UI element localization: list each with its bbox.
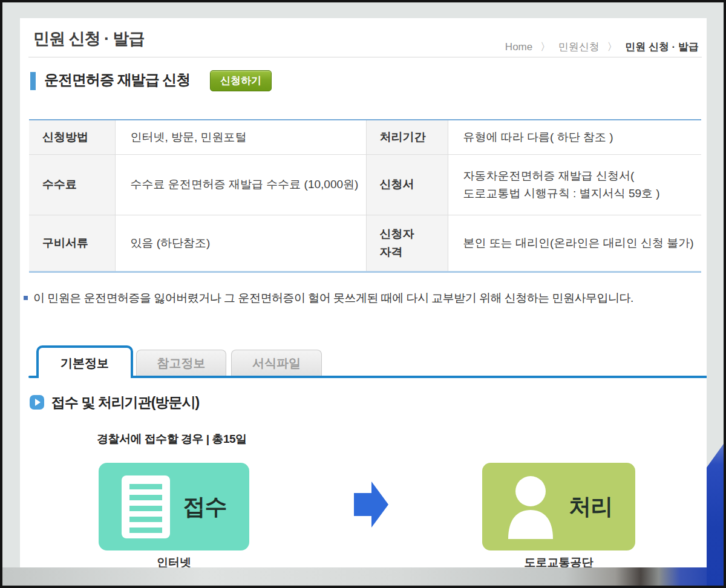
background-blue-edge	[707, 438, 724, 586]
row-value: 본인 또는 대리인(온라인은 대리인 신청 불가)	[448, 215, 701, 272]
tab-bar: 기본정보 참고정보 서식파일	[20, 344, 707, 378]
table-row: 구비서류 있음 (하단참조) 신청자 자격 본인 또는 대리인(온라인은 대리인…	[29, 215, 701, 272]
row-value: 수수료 운전면허증 재발급 수수료 (10,000원)	[115, 154, 366, 215]
person-icon	[505, 475, 556, 539]
table-row: 신청방법 인터넷, 방문, 민원포털 처리기간 유형에 따라 다름( 하단 참조…	[29, 120, 701, 154]
breadcrumb-separator-icon: 〉	[607, 41, 617, 53]
row-label: 구비서류	[29, 215, 115, 272]
right-block-arrow-icon	[354, 482, 388, 528]
breadcrumb-minwon[interactable]: 민원신청	[558, 41, 600, 53]
breadcrumb-current: 민원 신청 · 발급	[625, 41, 699, 53]
table-row: 수수료 수수료 운전면허증 재발급 수수료 (10,000원) 신청서 자동차운…	[29, 154, 701, 215]
row-label: 신청서	[366, 154, 448, 215]
row-label: 신청자 자격	[366, 215, 448, 272]
section-accent-bar	[30, 72, 36, 90]
row-label: 처리기간	[366, 120, 448, 154]
row-label: 신청방법	[29, 120, 115, 154]
process-section-title: 접수 및 처리기관(방문시)	[51, 393, 199, 412]
description-note: 이 민원은 운전면허증을 잃어버렸거나 그 운전면허증이 헐어 못쓰게된 때에 …	[24, 290, 703, 306]
row-value: 있음 (하단참조)	[115, 215, 366, 272]
document-lines-icon	[122, 475, 170, 538]
note-text: 이 민원은 운전면허증을 잃어버렸거나 그 운전면허증이 헐어 못쓰게된 때에 …	[33, 290, 633, 306]
step-receipt-box: 접수	[99, 463, 249, 550]
row-label: 수수료	[29, 154, 115, 215]
row-value: 자동차운전면허증 재발급 신청서( 도로교통법 시행규칙 : 별지서식 59호 …	[448, 154, 701, 215]
tab-basic-info[interactable]: 기본정보	[36, 345, 133, 378]
step-process-box: 처리	[482, 463, 635, 550]
title-divider	[28, 57, 702, 57]
page-title: 민원 신청 · 발급	[33, 28, 145, 50]
screenshot-root: 민원 신청 · 발급 Home 〉 민원신청 〉 민원 신청 · 발급 운전면허…	[0, 0, 726, 588]
step-label: 처리	[569, 492, 613, 522]
content-panel: 민원 신청 · 발급 Home 〉 민원신청 〉 민원 신청 · 발급 운전면허…	[20, 18, 707, 567]
breadcrumb-separator-icon: 〉	[540, 41, 551, 53]
row-value: 유형에 따라 다름( 하단 참조 )	[448, 120, 701, 154]
step-caption-internet: 인터넷	[99, 555, 249, 567]
play-icon	[30, 395, 44, 410]
breadcrumb: Home 〉 민원신청 〉 민원 신청 · 발급	[505, 40, 699, 54]
note-bullet-icon	[24, 296, 28, 300]
tab-reference-info[interactable]: 참고정보	[136, 350, 226, 376]
background-photo-strip	[2, 567, 724, 586]
step-label: 접수	[183, 492, 227, 522]
apply-button[interactable]: 신청하기	[210, 70, 272, 91]
row-value: 인터넷, 방문, 민원포털	[115, 120, 366, 154]
section-title: 운전면허증 재발급 신청	[44, 70, 190, 90]
process-case-label: 경찰서에 접수할 경우 | 총15일	[97, 431, 247, 447]
application-info-table: 신청방법 인터넷, 방문, 민원포털 처리기간 유형에 따라 다름( 하단 참조…	[29, 119, 701, 273]
step-caption-koroad: 도로교통공단	[482, 555, 635, 567]
tab-form-files[interactable]: 서식파일	[231, 350, 322, 376]
breadcrumb-home[interactable]: Home	[505, 41, 532, 53]
